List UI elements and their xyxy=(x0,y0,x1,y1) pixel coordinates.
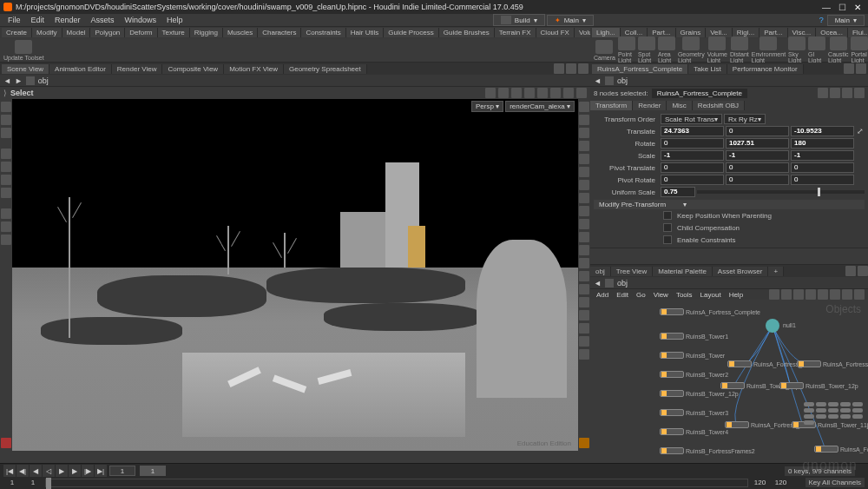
prim-number-icon[interactable] xyxy=(579,219,589,229)
network-tab-add[interactable]: + xyxy=(768,267,784,276)
param-tab-misc[interactable]: Misc xyxy=(667,101,692,110)
range-start2[interactable]: 1 xyxy=(24,479,42,486)
display-icon[interactable] xyxy=(576,88,587,98)
home-icon[interactable] xyxy=(26,76,35,85)
play-forward-button[interactable]: ▶ xyxy=(56,465,68,477)
maximize-button[interactable]: ☐ xyxy=(835,1,849,13)
scale-tool-icon[interactable] xyxy=(1,175,11,185)
desktop-dropdown-right[interactable]: Main▾ xyxy=(827,15,865,26)
ortho-grid-icon[interactable] xyxy=(579,128,589,138)
help-icon[interactable] xyxy=(830,88,840,98)
rotate-order-dropdown[interactable]: Rx Ry Rz ▾ xyxy=(724,114,766,124)
pane-tab-perfmon[interactable]: Performance Monitor xyxy=(727,64,804,74)
wire-shaded-icon[interactable] xyxy=(579,284,589,294)
play-backward-button[interactable]: ◁ xyxy=(43,465,55,477)
prev-frame-button[interactable]: ◀ xyxy=(30,465,42,477)
point-number-icon[interactable] xyxy=(579,193,589,203)
prim-normal-icon[interactable] xyxy=(579,232,589,242)
shelf-tab[interactable]: Ligh... xyxy=(592,28,621,37)
shelf-tab[interactable]: Terrain FX xyxy=(495,28,536,37)
pane-tab-takelist[interactable]: Take List xyxy=(688,64,727,74)
menu-file[interactable]: File xyxy=(3,16,25,24)
net-grid-icon[interactable] xyxy=(793,289,804,300)
shelf-tool-geo-light[interactable]: Geometry Light xyxy=(678,36,705,63)
point-marker-icon[interactable] xyxy=(579,180,589,190)
shelf-tab[interactable]: Characters xyxy=(258,28,301,37)
node-name-field[interactable]: RuinsA_Fortress_Complete xyxy=(652,89,747,98)
pane-tab-geo-spreadsheet[interactable]: Geometry Spreadsheet xyxy=(284,64,367,74)
key-all-dropdown[interactable]: Key All Channels xyxy=(806,478,865,487)
next-key-button[interactable]: |▶ xyxy=(82,465,94,477)
net-menu-layout[interactable]: Layout xyxy=(698,291,724,299)
menu-help[interactable]: Help xyxy=(162,16,187,24)
pivot-tz-input[interactable]: 0 xyxy=(791,162,854,173)
shelf-tab[interactable]: Modify xyxy=(32,28,62,37)
null-node[interactable] xyxy=(766,319,779,333)
shelf-tool-sky-light[interactable]: Sky Light xyxy=(788,36,806,63)
net-menu-go[interactable]: Go xyxy=(634,291,648,299)
translate-y-input[interactable]: 0 xyxy=(726,126,789,136)
param-tab-transform[interactable]: Transform xyxy=(590,101,633,110)
profile-icon[interactable] xyxy=(579,245,589,255)
net-palette-icon[interactable] xyxy=(806,289,816,300)
persp-dropdown[interactable]: Persp ▾ xyxy=(471,101,503,112)
snap-grid-icon[interactable] xyxy=(485,88,496,98)
pane-tab-render-view[interactable]: Render View xyxy=(112,64,163,74)
select-chevron-icon[interactable]: ⟩ xyxy=(3,89,7,97)
pose-tool-icon[interactable] xyxy=(1,188,11,198)
shelf-tool-portal-light[interactable]: Portal Light xyxy=(851,36,868,63)
uniform-scale-input[interactable]: 0.75 xyxy=(661,187,695,197)
shelf-tool-distant-light[interactable]: Distant Light xyxy=(730,36,749,63)
pane-menu-icon[interactable] xyxy=(856,63,866,74)
network-tab-assetbrowser[interactable]: Asset Browser xyxy=(713,267,769,276)
shelf-tab[interactable]: Guide Process xyxy=(384,28,438,37)
rotate-y-input[interactable]: 1027.51 xyxy=(726,138,789,149)
net-menu-tools[interactable]: Tools xyxy=(674,291,695,299)
shelf-tab[interactable]: Create xyxy=(2,28,32,37)
close-button[interactable]: ✕ xyxy=(851,1,865,13)
ghost-icon[interactable] xyxy=(579,323,589,334)
nav-back-icon[interactable]: ◄ xyxy=(3,76,11,85)
range-end[interactable]: 120 xyxy=(752,479,769,486)
net-menu-view[interactable]: View xyxy=(651,291,671,299)
move-tool-icon[interactable] xyxy=(1,149,11,159)
inspect-icon[interactable] xyxy=(1,235,11,245)
shelf-tab[interactable]: Constraints xyxy=(301,28,345,37)
net-list-icon[interactable] xyxy=(781,289,792,300)
scale-z-input[interactable]: -1 xyxy=(791,150,854,161)
pivot-ty-input[interactable]: 0 xyxy=(726,162,789,173)
camera-dropdown[interactable]: renderCam_alexa ▾ xyxy=(505,101,575,112)
shelf-tool-volume-light[interactable]: Volume Light xyxy=(707,36,727,63)
network-tab-obj[interactable]: obj xyxy=(590,267,611,276)
enable-constraints-checkbox[interactable] xyxy=(663,235,672,244)
ref-plane-icon[interactable] xyxy=(579,115,589,125)
network-node[interactable]: RuinsB_FortressFrames2 xyxy=(660,447,755,454)
network-tab-tree[interactable]: Tree View xyxy=(611,267,654,276)
keep-pos-checkbox[interactable] xyxy=(663,211,672,220)
network-node[interactable]: RuinsB_Tower xyxy=(660,352,725,359)
network-overview[interactable] xyxy=(804,402,865,454)
network-node[interactable]: RuinsB_Tower4 xyxy=(660,428,728,435)
snapshot-icon[interactable] xyxy=(1,221,11,232)
first-frame-button[interactable]: |◀ xyxy=(3,465,16,477)
path-text[interactable]: obj xyxy=(38,76,49,85)
net-perf-icon[interactable] xyxy=(830,289,840,300)
desktop-dropdown[interactable]: ✦Main▾ xyxy=(547,15,594,26)
network-node[interactable]: RuinsB_Tower2 xyxy=(660,371,728,378)
menu-windows[interactable]: Windows xyxy=(121,16,161,24)
network-node[interactable]: RuinsB_Tower_12p xyxy=(779,382,858,389)
nav-back-icon[interactable]: ◄ xyxy=(594,279,602,287)
range-start[interactable]: 1 xyxy=(3,479,21,486)
field-guide-icon[interactable] xyxy=(579,167,589,177)
select-tool-icon[interactable] xyxy=(1,102,11,112)
build-dropdown[interactable]: Build▾ xyxy=(493,14,545,26)
shelf-tool-update[interactable]: Update Toolset xyxy=(3,40,44,61)
point-normal-icon[interactable] xyxy=(579,206,589,216)
pivot-rz-input[interactable]: 0 xyxy=(791,175,854,185)
construction-icon[interactable] xyxy=(563,88,574,98)
safe-area-icon[interactable] xyxy=(579,154,589,164)
view-icon[interactable] xyxy=(537,88,548,98)
shelf-tab[interactable]: Deform xyxy=(125,28,157,37)
shelf-tool-env-light[interactable]: Environment Light xyxy=(752,36,786,63)
network-node[interactable]: RuinsA_Fortress_Com xyxy=(797,360,868,367)
